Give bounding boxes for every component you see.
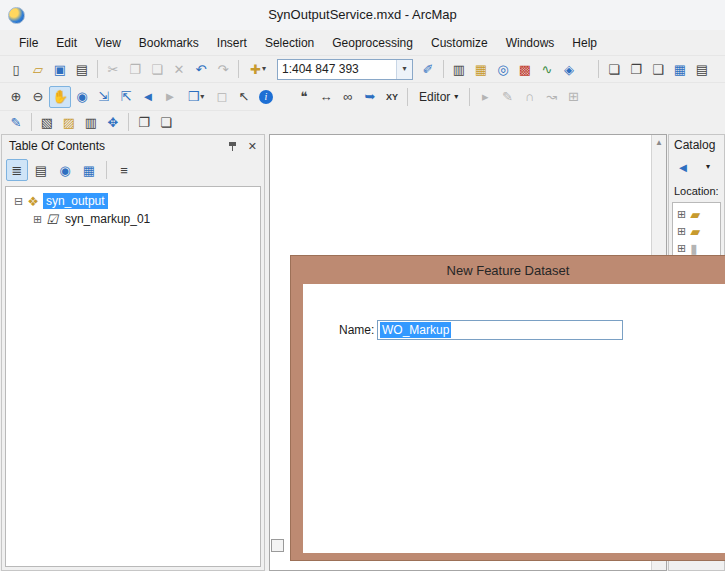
catalog-tree-item[interactable]: ⊞ ▰ [673, 223, 720, 240]
menu-customize[interactable]: Customize [422, 33, 497, 53]
scale-dropdown-button[interactable]: ▾ [396, 60, 412, 79]
dialog-titlebar[interactable]: New Feature Dataset [291, 256, 725, 284]
select-elements-button[interactable]: ↖ [233, 86, 255, 108]
cut-button[interactable]: ✂ [102, 58, 124, 80]
go-forward-extent-button[interactable]: ► [159, 86, 181, 108]
layout-grid-icon: ▤ [696, 63, 708, 76]
toc-options-button[interactable]: ≡ [113, 159, 135, 181]
expand-icon[interactable]: ⊞ [677, 243, 686, 254]
toolbar3-button-6[interactable]: ❐ [133, 111, 155, 133]
tools-toolbar: ⊕ ⊖ ✋ ◉ ⇲ ⇱ ◄ ► ❒▾ ◻ ↖ i ❝ ↔ ∞ ➥ XY Edit… [0, 82, 725, 110]
viewer-window-button[interactable]: ❑ [647, 58, 669, 80]
search-window-button[interactable]: ◎ [492, 58, 514, 80]
map-scroll-corner-button[interactable] [271, 539, 284, 552]
menu-geoprocessing[interactable]: Geoprocessing [323, 33, 422, 53]
expand-icon[interactable]: ⊞ [677, 209, 686, 220]
edit-tool-button[interactable]: ▸ [474, 86, 496, 108]
toolbar3-button-5[interactable]: ✥ [102, 111, 124, 133]
layer-label[interactable]: syn_markup_01 [62, 211, 153, 227]
editor-toolbar-toggle-button[interactable]: ✐ [417, 58, 439, 80]
list-by-drawing-order-button[interactable]: ≣ [6, 159, 28, 181]
delete-icon: ✕ [174, 63, 185, 76]
menu-view[interactable]: View [86, 33, 130, 53]
go-to-xy-button[interactable]: XY [381, 86, 403, 108]
paste-button[interactable]: ❏ [146, 58, 168, 80]
name-input[interactable]: WO_Markup [377, 320, 623, 340]
arc-tool-button[interactable]: ∩ [518, 86, 540, 108]
trace-tool-button[interactable]: ↝ [540, 86, 562, 108]
magnifier-window-button[interactable]: ❐ [625, 58, 647, 80]
sketch-tool-button[interactable]: ✎ [496, 86, 518, 108]
dataframe-tools-button[interactable]: ▦ [669, 58, 691, 80]
fixed-zoom-in-button[interactable]: ⇲ [93, 86, 115, 108]
find-button[interactable]: ∞ [337, 86, 359, 108]
menu-windows[interactable]: Windows [497, 33, 564, 53]
clear-selection-button[interactable]: ◻ [211, 86, 233, 108]
redo-button[interactable]: ↷ [212, 58, 234, 80]
list-by-source-button[interactable]: ▤ [30, 159, 52, 181]
menu-file[interactable]: File [10, 33, 47, 53]
expand-icon[interactable]: ⊞ [677, 226, 686, 237]
editor-menu[interactable]: Editor ▾ [412, 87, 465, 107]
pan-button[interactable]: ✋ [49, 86, 71, 108]
window-title: SynOutputService.mxd - ArcMap [0, 7, 725, 22]
toolbar3-button-1[interactable]: ✎ [5, 111, 27, 133]
catalog-tree-item[interactable]: ⊞ ▰ [673, 206, 720, 223]
add-data-button[interactable]: ✚▾ [243, 58, 273, 80]
menu-edit[interactable]: Edit [47, 33, 86, 53]
undo-button[interactable]: ↶ [190, 58, 212, 80]
list-by-visibility-button[interactable]: ◉ [54, 159, 76, 181]
catalog-dropdown-button[interactable]: ▾ [697, 156, 719, 178]
expand-icon[interactable]: ⊞ [33, 214, 42, 225]
delete-button[interactable]: ✕ [168, 58, 190, 80]
catalog-location-label: Location: [669, 179, 724, 199]
zoom-out-button[interactable]: ⊖ [27, 86, 49, 108]
open-button[interactable]: ▱ [27, 58, 49, 80]
pin-icon[interactable] [227, 140, 238, 153]
close-icon[interactable]: ✕ [248, 140, 257, 153]
search-window-icon: ◎ [497, 63, 508, 76]
toolbar3-button-2[interactable]: ▧ [36, 111, 58, 133]
select-features-button[interactable]: ❒▾ [181, 86, 211, 108]
create-features-window-button[interactable]: ⊞ [562, 86, 584, 108]
arctoolbox-button[interactable]: ▩ [514, 58, 536, 80]
list-by-selection-button[interactable]: ▦ [78, 159, 100, 181]
layer-checkbox-checked-icon[interactable]: ☑ [46, 212, 58, 227]
toc-header: Table Of Contents ✕ [2, 135, 264, 157]
table-of-contents-window-button[interactable]: ▥ [448, 58, 470, 80]
copy-button[interactable]: ❐ [124, 58, 146, 80]
catalog-window-button[interactable]: ▦ [470, 58, 492, 80]
save-button[interactable]: ▣ [49, 58, 71, 80]
modelbuilder-button[interactable]: ◈ [558, 58, 580, 80]
toolbar3-button-4[interactable]: ▥ [80, 111, 102, 133]
catalog-back-button[interactable]: ◄ [672, 156, 694, 178]
toolbar3-button-7[interactable]: ❏ [155, 111, 177, 133]
layer-group-label[interactable]: syn_output [43, 193, 108, 209]
trace-tool-icon: ↝ [546, 90, 557, 103]
map-scale-input[interactable] [278, 61, 396, 78]
collapse-icon[interactable]: ⊟ [14, 196, 23, 207]
toc-toolbar: ≣ ▤ ◉ ▦ ≡ [2, 157, 264, 183]
new-feature-dataset-dialog: New Feature Dataset Name: WO_Markup [290, 255, 725, 561]
identify-button[interactable]: i [255, 86, 277, 108]
find-route-button[interactable]: ➥ [359, 86, 381, 108]
python-window-button[interactable]: ∿ [536, 58, 558, 80]
menu-selection[interactable]: Selection [256, 33, 323, 53]
menu-insert[interactable]: Insert [208, 33, 256, 53]
map-scale-combobox[interactable]: ▾ [277, 59, 413, 80]
toolbar3-button-3[interactable]: ▨ [58, 111, 80, 133]
menu-help[interactable]: Help [563, 33, 606, 53]
layout-tools-button[interactable]: ▤ [691, 58, 713, 80]
new-document-button[interactable]: ▯ [5, 58, 27, 80]
scroll-up-icon[interactable]: ▲ [652, 135, 666, 150]
fixed-zoom-out-button[interactable]: ⇱ [115, 86, 137, 108]
print-button[interactable]: ▤ [71, 58, 93, 80]
go-back-extent-button[interactable]: ◄ [137, 86, 159, 108]
measure-button[interactable]: ↔ [315, 86, 337, 108]
new-document-icon: ▯ [12, 63, 19, 76]
overview-window-button[interactable]: ❏ [603, 58, 625, 80]
menu-bookmarks[interactable]: Bookmarks [130, 33, 208, 53]
zoom-in-button[interactable]: ⊕ [5, 86, 27, 108]
html-popup-button[interactable]: ❝ [293, 86, 315, 108]
full-extent-button[interactable]: ◉ [71, 86, 93, 108]
